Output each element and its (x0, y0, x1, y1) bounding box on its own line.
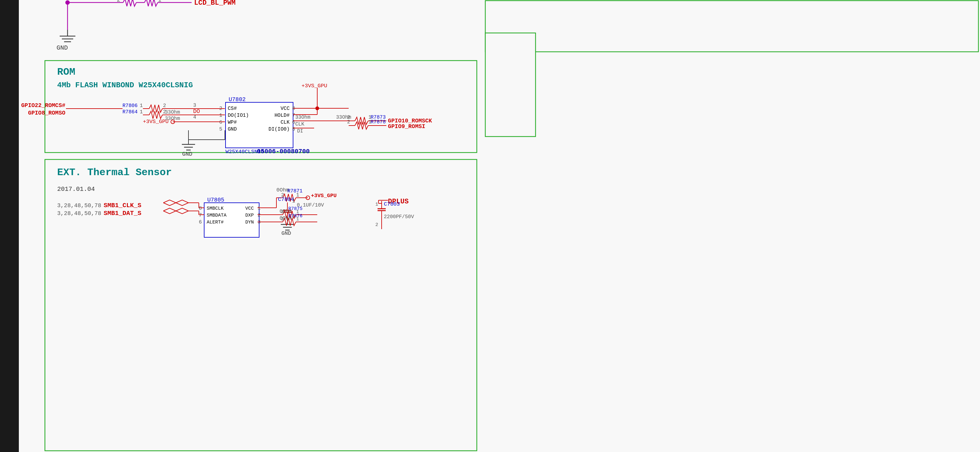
rom-subtitle: 4Mb FLASH WINBOND W25X40CLSNIG (57, 81, 193, 89)
ic-pin-wp: WP# (228, 120, 237, 125)
ic-pin-dyn: DYN (245, 220, 254, 225)
svg-text:1: 1 (296, 217, 299, 222)
svg-text:1: 1 (258, 206, 261, 211)
svg-rect-15 (226, 102, 293, 148)
ic-pin-hold: HOLD# (275, 113, 290, 118)
r7871-0ohm-label: 0Ohm (277, 187, 289, 193)
svg-text:1: 1 (140, 103, 143, 109)
ic-pin-vcc-u7805: VCC (245, 206, 254, 211)
svg-text:R7864: R7864 (123, 109, 138, 115)
c7804-ref: C7804 (278, 197, 294, 203)
svg-text:1: 1 (296, 209, 299, 215)
svg-text:2: 2 (117, 0, 120, 3)
svg-text:1: 1 (219, 113, 223, 118)
c7803-ref: C7803 (384, 201, 400, 207)
svg-text:33Ohm: 33Ohm (336, 114, 351, 120)
svg-text:8: 8 (199, 206, 202, 211)
svg-text:2: 2 (163, 109, 166, 115)
svg-text:DI: DI (297, 128, 303, 134)
svg-text:R7875: R7875 (288, 206, 302, 212)
gpio22-romcs-label: GPIO22_ROMCS# (21, 102, 66, 109)
svg-text:R7873: R7873 (371, 114, 386, 120)
hi-label: HI (493, 40, 508, 54)
svg-text:2: 2 (281, 192, 284, 198)
svg-point-52 (315, 106, 319, 110)
svg-text:2: 2 (163, 103, 166, 109)
gnd-label-thermal1: GND (282, 230, 291, 236)
ic-pin-clk: CLK (280, 120, 290, 125)
ic-u7805-ref: U7805 (207, 197, 224, 203)
smb-clk-nums: 3,28,48,50,78 (57, 203, 101, 209)
svg-rect-75 (204, 203, 259, 237)
svg-point-41 (171, 120, 175, 124)
schematic-content: 2 1 LCD_BL_PWM GND HI ROM 4Mb FLASH WINB… (19, 0, 980, 452)
svg-text:0.1UF/10V: 0.1UF/10V (297, 203, 324, 208)
ic-pin-cs: CS# (228, 106, 237, 111)
ic-pin-do: DO(IO1) (228, 113, 249, 118)
svg-text:1: 1 (292, 198, 295, 204)
gpio9-romsi-label: GPIO9_ROMSI (388, 123, 425, 130)
ic-pin-gnd-rom: GND (228, 127, 237, 132)
svg-text:2: 2 (375, 222, 378, 228)
ic-u7802-ref: U7802 (229, 96, 246, 103)
svg-text:R7878: R7878 (371, 119, 386, 125)
svg-text:1: 1 (158, 0, 161, 3)
svg-text:2: 2 (258, 213, 261, 218)
svg-text:2: 2 (292, 214, 295, 220)
svg-text:R7876: R7876 (288, 213, 302, 219)
gnd-label-top: GND (57, 44, 68, 51)
svg-rect-12 (485, 1, 978, 52)
do-label: DO (193, 108, 200, 114)
svg-text:2: 2 (347, 114, 350, 120)
svg-text:33Ohm: 33Ohm (295, 114, 310, 120)
svg-text:2: 2 (347, 119, 350, 125)
svg-text:1: 1 (140, 109, 143, 115)
power-3vs-gpu-rom2: +3VS_GPU (302, 83, 327, 89)
c7803-value: 2200PF/50V (384, 214, 414, 220)
ic-pin-vcc: VCC (280, 106, 290, 111)
svg-text:R7871: R7871 (287, 188, 302, 194)
svg-text:3: 3 (193, 103, 196, 108)
ic-pin-smbdata: SMBDATA (207, 213, 226, 218)
svg-text:1: 1 (368, 114, 372, 120)
svg-point-95 (306, 196, 310, 200)
dplus-label: DPLUS (388, 198, 409, 206)
svg-rect-14 (45, 60, 477, 152)
svg-text:7: 7 (199, 213, 202, 218)
schematic-svg: 2 1 LCD_BL_PWM GND HI ROM 4Mb FLASH WINB… (19, 0, 980, 452)
smb1-clk-s-label: SMB1_CLK_S (103, 202, 142, 209)
svg-text:1: 1 (296, 192, 299, 198)
schematic-area: 2 1 LCD_BL_PWM GND HI ROM 4Mb FLASH WINB… (19, 0, 980, 452)
smb1-dat-s-label: SMB1_DAT_S (103, 210, 142, 217)
svg-text:33Ohm: 33Ohm (165, 116, 180, 122)
svg-text:2: 2 (281, 217, 284, 222)
svg-rect-13 (485, 33, 536, 136)
ic-u7802-partnum: 05006-00080700 (257, 148, 310, 155)
svg-text:4: 4 (193, 114, 196, 120)
svg-text:2: 2 (219, 106, 223, 111)
svg-rect-74 (45, 159, 477, 451)
svg-text:2: 2 (281, 209, 284, 215)
ic-pin-di: DI(IO0) (269, 127, 290, 132)
svg-text:CLK: CLK (295, 122, 304, 127)
svg-text:1: 1 (368, 119, 372, 125)
gpio8-romso-label: GPIO8_ROMSO (28, 110, 65, 116)
gpio10-romsck-label: GPIO10_ROMSCK (388, 118, 432, 124)
svg-text:1: 1 (375, 202, 378, 207)
gnd-label-rom1: GND (182, 151, 192, 157)
ic-pin-alert: ALERT# (207, 220, 224, 225)
ic-u7802-part: W25X40CLSNIG (226, 149, 264, 155)
svg-text:3: 3 (258, 219, 261, 225)
svg-text:33Ohm: 33Ohm (165, 109, 180, 115)
svg-point-0 (65, 0, 70, 5)
svg-text:5: 5 (292, 127, 295, 132)
svg-text:R7806: R7806 (123, 103, 138, 109)
power-3vs-gpu-thermal: +3VS_GPU (311, 193, 337, 199)
ic-pin-smbclk: SMBCLK (207, 206, 224, 211)
svg-text:6: 6 (292, 120, 295, 125)
power-3vs-gpu-rom: +3VS_GPU (143, 119, 169, 125)
smb-dat-nums: 3,28,48,50,78 (57, 210, 101, 217)
svg-text:0Ohm: 0Ohm (280, 209, 291, 214)
svg-text:6: 6 (199, 219, 202, 225)
thermal-title: EXT. Thermal Sensor (57, 167, 172, 178)
